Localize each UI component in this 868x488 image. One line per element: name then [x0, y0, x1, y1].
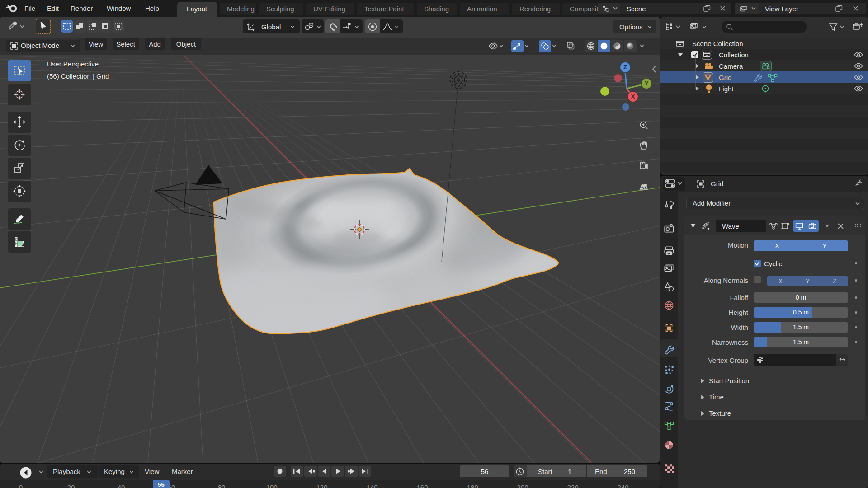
- svg-text:Y: Y: [645, 80, 649, 87]
- svg-text:X: X: [631, 93, 635, 100]
- svg-text:Z: Z: [623, 64, 627, 70]
